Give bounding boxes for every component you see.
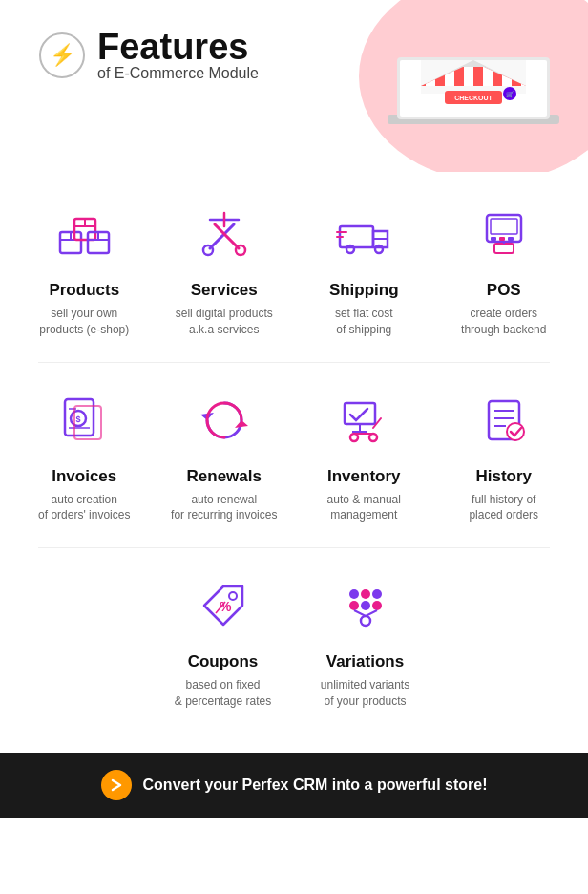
products-title: Products [49,281,119,300]
svg-text:🛒: 🛒 [506,90,514,98]
logo-icon: ⚡ [38,32,86,79]
features-row-2: $ Invoices auto creation of orders' invo… [19,368,569,539]
svg-rect-45 [508,237,514,241]
renewals-icon [191,387,258,454]
svg-line-79 [366,610,377,616]
variations-title: Variations [326,652,404,671]
svg-point-67 [507,423,524,440]
banner-arrow-icon [101,770,132,800]
header-section: CHECKOUT 🛒 ⚡ Features of E-Commerce Modu… [0,0,588,172]
coupons-desc: based on fixed & percentage rates [175,677,271,710]
features-row-1: Products sell your own products (e-shop) [19,181,569,352]
svg-marker-55 [235,420,248,428]
svg-rect-56 [345,403,375,424]
invoices-desc: auto creation of orders' invoices [38,492,130,524]
svg-rect-42 [491,219,517,234]
pos-icon [471,201,537,267]
inventory-desc: auto & manual management [327,492,401,524]
svg-rect-43 [491,237,496,241]
header-text: Features of E-Commerce Module [97,29,259,82]
svg-text:CHECKOUT: CHECKOUT [454,95,493,101]
svg-point-77 [361,616,370,626]
renewals-desc: auto renewal for recurring invoices [171,492,277,524]
inventory-title: Inventory [327,467,401,486]
divider-1 [38,362,550,363]
svg-rect-44 [499,237,505,241]
feature-card-variations: Variations unlimited variants of your pr… [299,553,431,724]
svg-point-75 [361,601,370,610]
svg-line-28 [210,224,234,248]
svg-point-38 [375,245,383,253]
variations-icon [332,572,399,639]
history-desc: full history of placed orders [469,492,538,524]
svg-point-60 [369,434,377,441]
coupons-icon: % [190,572,257,639]
invoices-icon: $ [51,387,117,454]
svg-rect-34 [340,226,373,247]
services-icon [191,201,258,267]
svg-point-76 [372,601,382,610]
products-icon [51,201,117,267]
svg-point-72 [361,589,370,599]
svg-line-78 [354,610,366,616]
feature-card-invoices: $ Invoices auto creation of orders' invo… [19,368,150,539]
svg-point-29 [203,245,213,255]
pos-title: POS [487,281,521,300]
svg-text:⚡: ⚡ [50,42,76,68]
svg-point-31 [236,245,245,255]
features-section: Products sell your own products (e-shop) [0,172,588,753]
shipping-icon [330,201,397,267]
services-desc: sell digital products a.k.a services [176,306,273,338]
bottom-banner: Convert your Perfex CRM into a powerful … [0,753,588,818]
feature-card-shipping: Shipping set flat cost of shipping [299,181,430,352]
feature-card-products: Products sell your own products (e-shop) [19,181,150,352]
variations-desc: unlimited variants of your products [321,677,410,710]
products-desc: sell your own products (e-shop) [39,306,129,338]
shipping-title: Shipping [329,281,399,300]
feature-card-services: Services sell digital products a.k.a ser… [159,181,290,352]
invoices-title: Invoices [52,467,116,486]
svg-point-71 [349,589,359,599]
svg-rect-46 [494,244,514,253]
feature-card-inventory: Inventory auto & manual management [299,368,430,539]
pos-desc: create orders through backend [461,306,546,338]
header-content: ⚡ Features of E-Commerce Module [38,29,550,82]
svg-point-74 [349,601,359,610]
inventory-icon [330,387,397,454]
coupons-title: Coupons [188,652,259,671]
svg-point-59 [350,434,358,441]
feature-card-pos: POS create orders through backend [439,181,570,352]
features-row-3: % Coupons based on fixed & percentage ra… [157,553,431,724]
history-title: History [475,467,532,486]
feature-card-history: History full history of placed orders [439,368,570,539]
renewals-title: Renewals [187,467,262,486]
svg-point-37 [346,245,354,253]
feature-card-coupons: % Coupons based on fixed & percentage ra… [157,553,289,724]
svg-point-73 [372,589,382,599]
shipping-desc: set flat cost of shipping [335,306,393,338]
page-title: Features [97,29,259,65]
svg-text:$: $ [76,415,81,424]
banner-text: Convert your Perfex CRM into a powerful … [143,777,488,794]
history-icon [471,387,537,454]
feature-card-renewals: Renewals auto renewal for recurring invo… [159,368,290,539]
page-subtitle: of E-Commerce Module [97,65,259,82]
services-title: Services [191,281,258,300]
divider-2 [38,547,550,548]
svg-line-30 [215,224,239,248]
